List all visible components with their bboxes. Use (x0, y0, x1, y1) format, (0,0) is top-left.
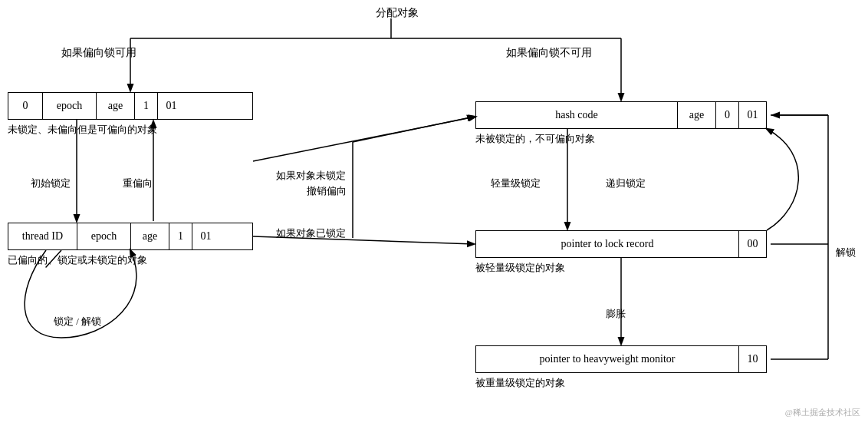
box2-cell-tid: thread ID (8, 223, 77, 249)
box2-cell-age: age (131, 223, 169, 249)
box2-cell-epoch: epoch (77, 223, 131, 249)
box5-cell-10: 10 (739, 346, 766, 372)
box2-cell-1: 1 (169, 223, 192, 249)
label-initial-lock: 初始锁定 (31, 177, 71, 190)
label-if-locked: 如果对象已锁定 (276, 226, 346, 240)
box1-cell-1: 1 (135, 93, 158, 119)
label-lightweight: 轻量级锁定 (491, 177, 541, 190)
box4-cell-ptr: pointer to lock record (476, 231, 739, 257)
label-unlock-right: 解锁 (836, 246, 856, 259)
box3-cell-age: age (678, 102, 716, 128)
box2: thread ID epoch age 1 01 (8, 223, 253, 250)
box5: pointer to heavyweight monitor 10 (475, 345, 767, 373)
box4: pointer to lock record 00 (475, 230, 767, 258)
box1-cell-age: age (97, 93, 135, 119)
box5-desc: 被重量级锁定的对象 (475, 376, 565, 390)
label-if-unlocked: 如果对象未锁定 (276, 169, 346, 183)
box2-desc: 已偏向的、锁定或未锁定的对象 (8, 253, 147, 267)
label-rebias: 重偏向 (123, 177, 153, 190)
box3-desc: 未被锁定的，不可偏向对象 (475, 132, 595, 146)
box4-desc: 被轻量级锁定的对象 (475, 261, 565, 275)
box1-cell-epoch: epoch (43, 93, 97, 119)
svg-line-7 (253, 117, 475, 161)
label-inflate: 膨胀 (606, 307, 626, 321)
box3-cell-0: 0 (716, 102, 739, 128)
label-revoke: 撤销偏向 (307, 184, 347, 198)
box2-cell-01: 01 (192, 223, 219, 249)
right-branch-label: 如果偏向锁不可用 (506, 46, 592, 60)
watermark: @稀土掘金技术社区 (785, 407, 860, 418)
top-label: 分配对象 (376, 6, 419, 20)
label-recursive: 递归锁定 (606, 177, 646, 190)
box1-cell-01: 01 (158, 93, 185, 119)
box3-cell-hash: hash code (476, 102, 678, 128)
svg-line-10 (353, 117, 474, 142)
label-lock-unlock: 锁定 / 解锁 (54, 315, 101, 329)
box1: 0 epoch age 1 01 (8, 92, 253, 120)
box1-desc: 未锁定、未偏向但是可偏向的对象 (8, 123, 157, 137)
box4-cell-00: 00 (739, 231, 766, 257)
box1-cell-0: 0 (8, 93, 43, 119)
box3: hash code age 0 01 (475, 101, 767, 129)
box3-cell-01: 01 (739, 102, 766, 128)
box5-cell-ptr: pointer to heavyweight monitor (476, 346, 739, 372)
left-branch-label: 如果偏向锁可用 (61, 46, 136, 60)
